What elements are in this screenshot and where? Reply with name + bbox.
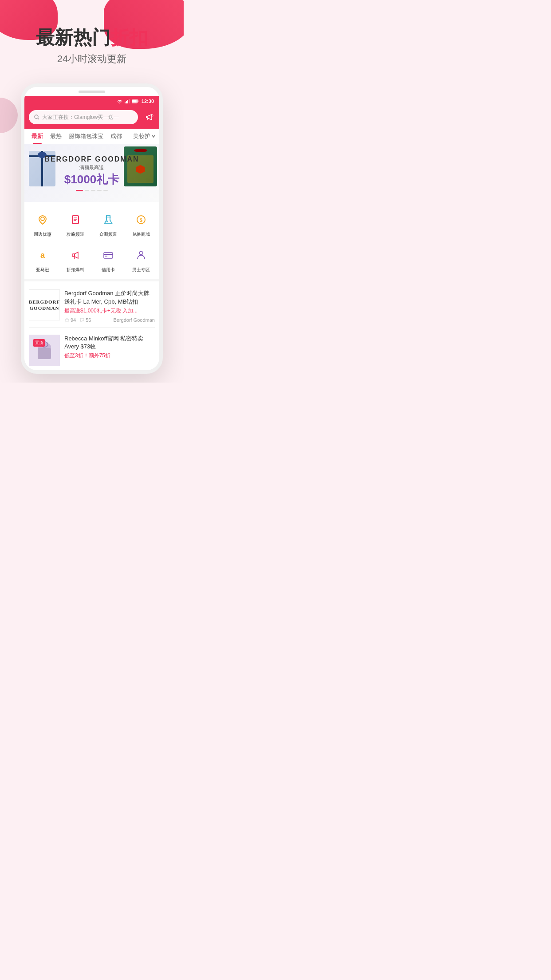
icon-test[interactable]: 众测频道 [92,206,124,241]
icon-deals-circle [66,245,85,265]
megaphone-icon [144,112,153,122]
icon-card-circle [98,245,118,265]
banner-dot-3 [91,190,95,191]
deal-logo-bergdorf: BERGDORFGOODMAN [29,289,60,320]
deal-title-1: Bergdorf Goodman 正价时尚大牌送礼卡 La Mer, Cpb, … [64,289,155,305]
hero-section: 最新热门折扣 24小时滚动更新 [0,0,184,79]
banner[interactable]: BERGDORF GOODMAN 满额最高送 $1000礼卡 [24,144,159,202]
icon-mens[interactable]: 男士专区 [125,242,157,277]
svg-rect-3 [129,99,130,103]
icon-amazon-circle: a [33,245,52,265]
signal-icon [125,99,130,103]
icon-guide[interactable]: 攻略频道 [59,206,91,241]
svg-rect-1 [126,101,127,103]
amazon-icon: a [36,249,49,261]
deal-card-1[interactable]: BERGDORFGOODMAN Bergdorf Goodman 正价时尚大牌送… [24,285,159,327]
search-icon [34,115,39,120]
hero-title-prefix: 最新热门 [36,27,110,48]
comment-icon [79,317,85,323]
icon-test-label: 众测频道 [99,231,117,237]
nav-more-label: 美妆护 [133,132,150,140]
banner-dot-5 [103,190,108,191]
notification-button[interactable] [142,111,155,123]
svg-text:a: a [40,251,45,260]
banner-brand-name: BERGDORF GOODMAN [44,155,139,163]
svg-rect-21 [72,254,75,257]
svg-rect-9 [146,116,147,118]
banner-dots [44,190,139,191]
hero-title: 最新热门折扣 [9,27,175,49]
tab-chengdu[interactable]: 成都 [107,129,126,144]
deal-source-1: Bergdorf Goodman [113,317,155,323]
deal-meta-1: 94 56 Bergdorf Goodman [64,317,155,323]
deal-comments-1: 56 [79,317,91,323]
icon-mens-label: 男士专区 [132,267,150,273]
star-icon [64,317,70,323]
icon-redeem[interactable]: $ 兑换商城 [125,206,157,241]
deal-logo-text: BERGDORFGOODMAN [29,299,60,312]
tab-fashion[interactable]: 服饰箱包珠宝 [65,129,107,144]
icon-nearby[interactable]: 周边优惠 [27,206,59,241]
hero-title-highlight: 折扣 [110,27,148,48]
icon-nearby-circle [33,210,52,229]
icon-deals[interactable]: 折扣爆料 [59,242,91,277]
deal-desc-1: 最高送$1,000礼卡+无税 入加... [64,307,155,315]
search-bar[interactable]: 大家正在搜：Glamglow买一送一 [29,110,138,124]
separator-1 [24,279,159,281]
svg-rect-22 [104,253,113,258]
banner-sub-text: 满额最高送 [44,164,139,171]
tab-hot[interactable]: 最热 [47,129,65,144]
card-divider [29,327,155,328]
svg-text:$: $ [140,217,142,223]
icon-guide-circle [66,210,85,229]
nav-more[interactable]: 美妆护 [133,132,156,140]
flask-icon [102,213,114,226]
wifi-icon [117,99,123,103]
banner-dot-1 [76,190,83,191]
svg-rect-12 [72,216,79,224]
svg-point-7 [35,115,38,119]
icon-amazon-label: 亚马逊 [36,267,49,273]
icon-redeem-label: 兑换商城 [132,231,150,237]
svg-point-17 [106,221,108,222]
svg-point-11 [41,217,44,221]
icon-card-label: 信用卡 [102,267,115,273]
deal-stars-1: 94 [64,317,76,323]
banner-dot-4 [97,190,102,191]
guide-icon [69,213,82,226]
deal-info-1: Bergdorf Goodman 正价时尚大牌送礼卡 La Mer, Cpb, … [64,289,155,322]
svg-point-25 [139,251,143,255]
deal-card-2[interactable]: 置顶 Rebecca Minkoff官网 私密特卖 Avery $73收 低至3… [24,330,159,370]
svg-rect-28 [38,348,51,359]
banner-content: BERGDORF GOODMAN 满额最高送 $1000礼卡 [35,151,148,196]
app-header: 大家正在搜：Glamglow买一送一 [24,107,159,129]
svg-rect-5 [138,100,138,102]
banner-dot-2 [85,190,89,191]
deal-info-2: Rebecca Minkoff官网 私密特卖 Avery $73收 低至3折！额… [64,335,155,360]
icon-test-circle [98,210,118,229]
status-time: 12:30 [142,99,154,104]
svg-rect-6 [132,100,137,103]
phone-wrapper: 12:30 大家正在搜：Glamglow买一送一 [0,79,184,382]
icon-amazon[interactable]: a 亚马逊 [27,242,59,277]
banner-amount: $1000礼卡 [44,172,139,187]
chevron-down-icon [151,134,156,138]
svg-rect-2 [127,100,128,103]
icon-deals-label: 折扣爆料 [67,267,84,273]
search-placeholder: 大家正在搜：Glamglow买一送一 [42,114,133,121]
megaphone-small-icon [69,249,82,261]
deal-title-2: Rebecca Minkoff官网 私密特卖 Avery $73收 [64,335,155,351]
location-icon [36,213,49,226]
deal-pinned-badge: 置顶 [33,339,45,347]
icons-grid: 周边优惠 攻略频道 [24,202,159,279]
icon-card[interactable]: 信用卡 [92,242,124,277]
person-icon [135,249,147,261]
search-row: 大家正在搜：Glamglow买一送一 [29,110,155,124]
icon-redeem-circle: $ [131,210,151,229]
tab-latest[interactable]: 最新 [28,129,47,144]
status-bar: 12:30 [24,96,159,107]
deal-thumb-wrapper: 置顶 [29,335,60,366]
icon-mens-circle [131,245,151,265]
icon-guide-label: 攻略频道 [67,231,84,237]
icon-nearby-label: 周边优惠 [34,231,51,237]
